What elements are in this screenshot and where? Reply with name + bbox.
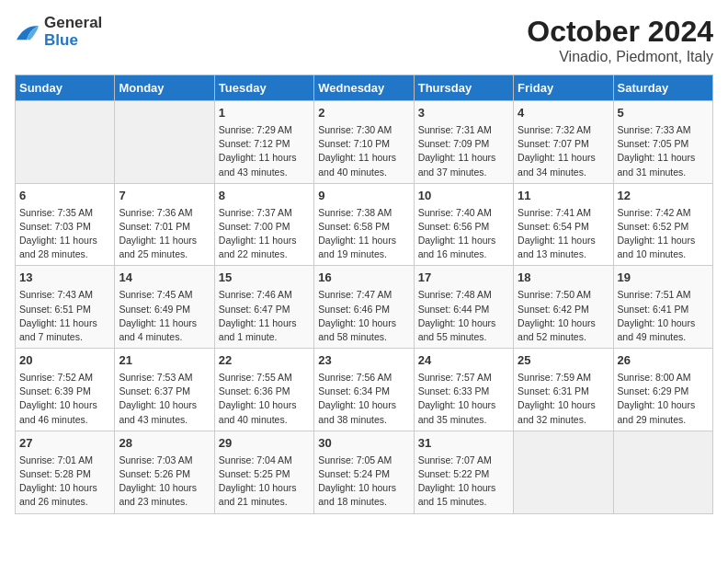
header-tuesday: Tuesday xyxy=(214,75,313,101)
sunrise-text: Sunrise: 7:59 AM xyxy=(518,372,591,383)
day-number: 30 xyxy=(318,435,409,453)
logo: General Blue xyxy=(15,15,102,49)
table-cell: 6Sunrise: 7:35 AMSunset: 7:03 PMDaylight… xyxy=(16,183,115,266)
sunset-text: Sunset: 6:41 PM xyxy=(618,304,689,315)
sunrise-text: Sunrise: 7:03 AM xyxy=(119,454,192,465)
day-number: 18 xyxy=(518,270,609,287)
calendar-week-row: 20Sunrise: 7:52 AMSunset: 6:39 PMDayligh… xyxy=(16,349,713,431)
sunrise-text: Sunrise: 7:33 AM xyxy=(618,124,691,135)
sunrise-text: Sunrise: 7:53 AM xyxy=(119,372,192,383)
sunrise-text: Sunrise: 7:36 AM xyxy=(119,207,192,218)
sunset-text: Sunset: 5:26 PM xyxy=(119,468,190,479)
sunrise-text: Sunrise: 8:00 AM xyxy=(618,372,691,383)
sunrise-text: Sunrise: 7:51 AM xyxy=(618,289,691,300)
table-cell: 16Sunrise: 7:47 AMSunset: 6:46 PMDayligh… xyxy=(314,266,414,349)
daylight-text: Daylight: 10 hours and 43 minutes. xyxy=(119,399,197,424)
daylight-text: Daylight: 10 hours and 26 minutes. xyxy=(19,482,97,507)
daylight-text: Daylight: 10 hours and 23 minutes. xyxy=(119,482,197,507)
day-number: 6 xyxy=(19,188,110,205)
daylight-text: Daylight: 10 hours and 58 minutes. xyxy=(318,317,396,342)
header-wednesday: Wednesday xyxy=(314,75,414,101)
daylight-text: Daylight: 11 hours and 7 minutes. xyxy=(19,317,97,342)
day-number: 4 xyxy=(518,105,609,122)
daylight-text: Daylight: 10 hours and 35 minutes. xyxy=(418,399,496,424)
sunrise-text: Sunrise: 7:52 AM xyxy=(19,372,93,383)
sunset-text: Sunset: 7:07 PM xyxy=(518,138,589,149)
table-cell: 9Sunrise: 7:38 AMSunset: 6:58 PMDaylight… xyxy=(314,183,414,266)
table-cell: 21Sunrise: 7:53 AMSunset: 6:37 PMDayligh… xyxy=(115,349,214,431)
sunrise-text: Sunrise: 7:55 AM xyxy=(219,372,292,383)
day-number: 15 xyxy=(219,270,310,287)
sunset-text: Sunset: 6:51 PM xyxy=(19,304,91,315)
sunset-text: Sunset: 7:01 PM xyxy=(119,221,190,232)
table-cell: 7Sunrise: 7:36 AMSunset: 7:01 PMDaylight… xyxy=(115,183,214,266)
table-cell: 26Sunrise: 8:00 AMSunset: 6:29 PMDayligh… xyxy=(613,349,712,431)
header: General Blue October 2024 Vinadio, Piedm… xyxy=(15,15,713,65)
sunrise-text: Sunrise: 7:35 AM xyxy=(19,207,93,218)
table-cell xyxy=(16,101,115,184)
daylight-text: Daylight: 10 hours and 15 minutes. xyxy=(418,482,496,507)
day-number: 17 xyxy=(418,270,509,287)
day-number: 1 xyxy=(219,105,310,122)
table-cell: 17Sunrise: 7:48 AMSunset: 6:44 PMDayligh… xyxy=(414,266,513,349)
sunset-text: Sunset: 6:44 PM xyxy=(418,304,490,315)
header-friday: Friday xyxy=(514,75,613,101)
table-cell: 10Sunrise: 7:40 AMSunset: 6:56 PMDayligh… xyxy=(414,183,513,266)
title-block: October 2024 Vinadio, Piedmont, Italy xyxy=(527,15,713,65)
daylight-text: Daylight: 11 hours and 16 minutes. xyxy=(418,235,496,259)
table-cell xyxy=(514,431,613,513)
sunrise-text: Sunrise: 7:32 AM xyxy=(518,124,591,135)
table-cell: 22Sunrise: 7:55 AMSunset: 6:36 PMDayligh… xyxy=(214,349,313,431)
table-cell: 31Sunrise: 7:07 AMSunset: 5:22 PMDayligh… xyxy=(414,431,513,513)
day-number: 24 xyxy=(418,352,509,370)
daylight-text: Daylight: 10 hours and 29 minutes. xyxy=(618,399,696,424)
sunset-text: Sunset: 6:36 PM xyxy=(219,385,290,396)
daylight-text: Daylight: 11 hours and 28 minutes. xyxy=(19,235,97,259)
sunset-text: Sunset: 6:34 PM xyxy=(318,385,390,396)
table-cell: 25Sunrise: 7:59 AMSunset: 6:31 PMDayligh… xyxy=(514,349,613,431)
daylight-text: Daylight: 10 hours and 38 minutes. xyxy=(318,399,396,424)
sunrise-text: Sunrise: 7:56 AM xyxy=(318,372,392,383)
daylight-text: Daylight: 11 hours and 37 minutes. xyxy=(418,152,496,177)
day-number: 31 xyxy=(418,435,509,453)
table-cell xyxy=(613,431,712,513)
day-number: 20 xyxy=(19,352,110,370)
table-cell: 18Sunrise: 7:50 AMSunset: 6:42 PMDayligh… xyxy=(514,266,613,349)
calendar-header-row: Sunday Monday Tuesday Wednesday Thursday… xyxy=(16,75,713,101)
sunrise-text: Sunrise: 7:43 AM xyxy=(19,289,93,300)
day-number: 11 xyxy=(518,188,609,205)
calendar-table: Sunday Monday Tuesday Wednesday Thursday… xyxy=(15,75,713,514)
sunset-text: Sunset: 7:05 PM xyxy=(618,138,689,149)
header-monday: Monday xyxy=(115,75,214,101)
calendar-container: General Blue October 2024 Vinadio, Piedm… xyxy=(0,0,728,523)
table-cell: 14Sunrise: 7:45 AMSunset: 6:49 PMDayligh… xyxy=(115,266,214,349)
sunset-text: Sunset: 6:54 PM xyxy=(518,221,589,232)
sunrise-text: Sunrise: 7:50 AM xyxy=(518,289,591,300)
table-cell: 19Sunrise: 7:51 AMSunset: 6:41 PMDayligh… xyxy=(613,266,712,349)
sunset-text: Sunset: 6:37 PM xyxy=(119,385,190,396)
sunrise-text: Sunrise: 7:31 AM xyxy=(418,124,492,135)
sunset-text: Sunset: 6:58 PM xyxy=(318,221,390,232)
table-cell: 28Sunrise: 7:03 AMSunset: 5:26 PMDayligh… xyxy=(115,431,214,513)
daylight-text: Daylight: 10 hours and 32 minutes. xyxy=(518,399,596,424)
calendar-title: October 2024 xyxy=(527,15,713,49)
sunset-text: Sunset: 6:42 PM xyxy=(518,304,589,315)
table-cell: 23Sunrise: 7:56 AMSunset: 6:34 PMDayligh… xyxy=(314,349,414,431)
sunset-text: Sunset: 6:47 PM xyxy=(219,304,290,315)
table-cell: 5Sunrise: 7:33 AMSunset: 7:05 PMDaylight… xyxy=(613,101,712,184)
day-number: 3 xyxy=(418,105,509,122)
calendar-week-row: 6Sunrise: 7:35 AMSunset: 7:03 PMDaylight… xyxy=(16,183,713,266)
table-cell: 20Sunrise: 7:52 AMSunset: 6:39 PMDayligh… xyxy=(16,349,115,431)
sunrise-text: Sunrise: 7:30 AM xyxy=(318,124,392,135)
table-cell: 15Sunrise: 7:46 AMSunset: 6:47 PMDayligh… xyxy=(214,266,313,349)
sunrise-text: Sunrise: 7:42 AM xyxy=(618,207,691,218)
day-number: 2 xyxy=(318,105,409,122)
table-cell: 12Sunrise: 7:42 AMSunset: 6:52 PMDayligh… xyxy=(613,183,712,266)
daylight-text: Daylight: 11 hours and 13 minutes. xyxy=(518,235,596,259)
daylight-text: Daylight: 11 hours and 19 minutes. xyxy=(318,235,396,259)
sunrise-text: Sunrise: 7:57 AM xyxy=(418,372,492,383)
daylight-text: Daylight: 11 hours and 25 minutes. xyxy=(119,235,197,259)
daylight-text: Daylight: 10 hours and 46 minutes. xyxy=(19,399,97,424)
day-number: 13 xyxy=(19,270,110,287)
day-number: 16 xyxy=(318,270,409,287)
